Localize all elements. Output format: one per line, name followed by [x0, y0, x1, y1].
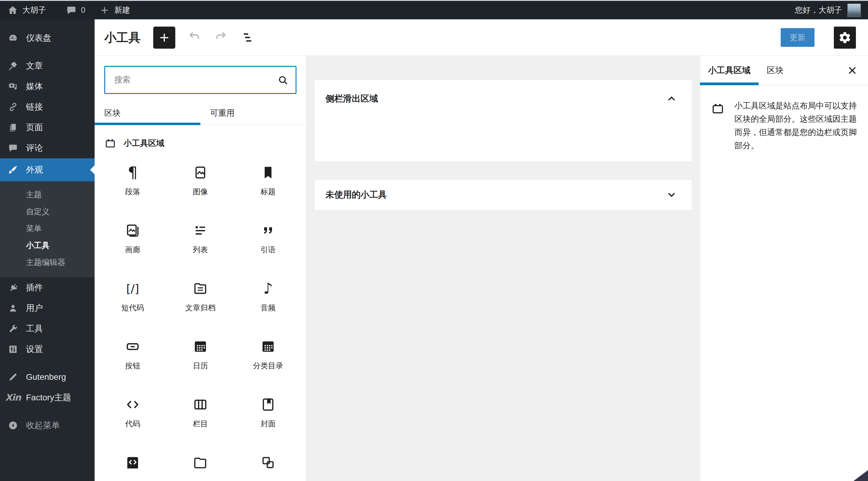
inserter-tab-1[interactable]: 可重用 — [200, 101, 306, 125]
avatar[interactable] — [847, 4, 861, 17]
home-icon — [7, 5, 18, 16]
site-name[interactable]: 大胡子 — [22, 5, 46, 15]
block-item-image[interactable]: 图像 — [166, 158, 234, 216]
sidebar-item-plugins[interactable]: 插件 — [0, 277, 95, 298]
submenu-item-customize[interactable]: 自定义 — [26, 203, 95, 220]
collapse-icon — [8, 420, 18, 430]
links-icon — [8, 102, 18, 112]
widget-area-icon — [104, 137, 116, 149]
posts-icon — [8, 61, 18, 71]
block-inserter-panel: 区块可重用 小工具区域 ¶段落图像标题画廊列表引语[/]短代码文章归档♪音频按钮… — [95, 56, 306, 481]
archives-icon — [190, 279, 210, 298]
panel-title: 侧栏滑出区域 — [326, 94, 378, 103]
settings-tab-1[interactable]: 区块 — [758, 56, 792, 85]
close-icon[interactable] — [846, 64, 858, 76]
sidebar-item-xin-factory-theme[interactable]: XinFactory主题 — [0, 387, 95, 408]
submenu-item-menus[interactable]: 菜单 — [26, 220, 95, 237]
sidebar-item-appearance[interactable]: 外观 — [0, 158, 95, 181]
block-item-file[interactable] — [166, 448, 234, 481]
block-item-button[interactable]: 按钮 — [99, 332, 166, 390]
submenu-item-widgets[interactable]: 小工具 — [26, 237, 95, 254]
settings-icon — [8, 344, 18, 354]
settings-sidebar: 小工具区域区块 小工具区域是站点布局中可以支持区块的全局部分。这些区域因主题而异… — [700, 56, 868, 481]
widgets-canvas: 侧栏滑出区域未使用的小工具 — [306, 56, 700, 481]
appearance-icon — [8, 165, 18, 175]
sidebar-item-dashboard[interactable]: 仪表盘 — [0, 28, 95, 49]
block-item-calendar[interactable]: 日历 — [166, 332, 234, 390]
admin-sidebar: 仪表盘文章媒体链接页面评论外观主题自定义菜单小工具主题编辑器插件用户工具设置Gu… — [0, 19, 95, 481]
block-item-audio[interactable]: ♪音频 — [234, 274, 302, 332]
widget-area-icon — [711, 101, 725, 116]
widget-area-description: 小工具区域是站点布局中可以支持区块的全局部分。这些区域因主题而异，但通常都是您的… — [735, 99, 860, 152]
admin-bar-new[interactable]: 新建 — [99, 5, 130, 16]
update-button[interactable]: 更新 — [781, 28, 814, 47]
sidebar-item-media[interactable]: 媒体 — [0, 76, 95, 97]
panel-header[interactable]: 未使用的小工具 — [315, 180, 692, 210]
chevron-down-icon[interactable] — [665, 189, 678, 201]
sidebar-item-posts[interactable]: 文章 — [0, 56, 95, 76]
block-item-columns[interactable]: 栏目 — [166, 390, 234, 448]
block-item-paragraph[interactable]: ¶段落 — [99, 158, 166, 216]
users-icon — [8, 303, 18, 313]
custom-html-icon — [123, 453, 143, 473]
block-item-custom-html[interactable] — [99, 448, 166, 481]
block-item-gallery[interactable]: 画廊 — [99, 216, 166, 274]
submenu-item-theme-editor[interactable]: 主题编辑器 — [26, 254, 95, 271]
new-label: 新建 — [114, 5, 130, 15]
block-item-categories[interactable]: 分类目录 — [234, 332, 302, 390]
paragraph-icon: ¶ — [123, 163, 143, 183]
admin-bar-comments[interactable]: 0 — [66, 5, 85, 16]
undo-icon[interactable] — [187, 30, 202, 45]
comments-count: 0 — [81, 5, 85, 15]
add-block-button[interactable] — [153, 27, 175, 49]
sidebar-item-links[interactable]: 链接 — [0, 97, 95, 117]
panel-header[interactable]: 侧栏滑出区域 — [315, 80, 692, 105]
search-input[interactable] — [104, 66, 297, 94]
appearance-submenu: 主题自定义菜单小工具主题编辑器 — [0, 181, 95, 277]
sidebar-item-settings[interactable]: 设置 — [0, 339, 95, 359]
sidebar-item-tools[interactable]: 工具 — [0, 318, 95, 339]
plus-icon — [99, 5, 110, 16]
panel-title: 未使用的小工具 — [326, 189, 387, 201]
block-item-code[interactable]: 代码 — [99, 390, 166, 448]
shortcode-icon: [/] — [123, 279, 143, 298]
inserter-section-title: 小工具区域 — [124, 138, 164, 149]
audio-icon: ♪ — [258, 279, 278, 298]
settings-tab-0[interactable]: 小工具区域 — [700, 56, 758, 85]
block-grid: ¶段落图像标题画廊列表引语[/]短代码文章归档♪音频按钮日历分类目录代码栏目封面 — [95, 149, 306, 481]
gallery-icon — [123, 221, 143, 241]
inserter-tab-0[interactable]: 区块 — [95, 101, 200, 125]
block-item-list[interactable]: 列表 — [166, 216, 234, 274]
categories-icon — [258, 336, 278, 356]
sidebar-item-pages[interactable]: 页面 — [0, 117, 95, 138]
block-item-label: 文章归档 — [185, 303, 216, 313]
sidebar-item-label: 评论 — [26, 142, 43, 154]
block-item-archives[interactable]: 文章归档 — [166, 274, 234, 332]
block-item-shortcode[interactable]: [/]短代码 — [99, 274, 166, 332]
block-item-label: 图像 — [193, 187, 208, 197]
sidebar-item-collapse-menu[interactable]: 收起菜单 — [0, 415, 95, 436]
page-title: 小工具 — [104, 29, 141, 46]
block-item-quote[interactable]: 引语 — [234, 216, 302, 274]
group-icon — [258, 453, 278, 473]
sidebar-item-comments[interactable]: 评论 — [0, 138, 95, 158]
inserter-section-header[interactable]: 小工具区域 — [95, 125, 306, 149]
chevron-up-icon[interactable] — [665, 92, 678, 105]
media-icon — [8, 81, 18, 92]
block-item-label: 代码 — [125, 419, 140, 429]
block-item-label: 标题 — [260, 187, 276, 197]
submenu-item-themes[interactable]: 主题 — [26, 186, 95, 203]
admin-bar-site-menu[interactable]: 大胡子 — [7, 5, 46, 16]
redo-icon[interactable] — [213, 30, 228, 45]
user-greeting[interactable]: 您好，大胡子 — [795, 5, 842, 15]
settings-gear-button[interactable] — [834, 27, 856, 49]
block-item-cover[interactable]: 封面 — [234, 390, 302, 448]
sidebar-item-gutenberg[interactable]: Gutenberg — [0, 367, 95, 387]
widget-area-panel-inactive-widgets: 未使用的小工具 — [314, 179, 692, 211]
list-view-icon[interactable] — [240, 30, 255, 45]
block-item-group[interactable] — [234, 448, 302, 481]
sidebar-item-users[interactable]: 用户 — [0, 298, 95, 318]
block-item-heading[interactable]: 标题 — [234, 158, 302, 216]
tools-icon — [8, 324, 18, 334]
sidebar-item-label: 链接 — [26, 101, 43, 113]
